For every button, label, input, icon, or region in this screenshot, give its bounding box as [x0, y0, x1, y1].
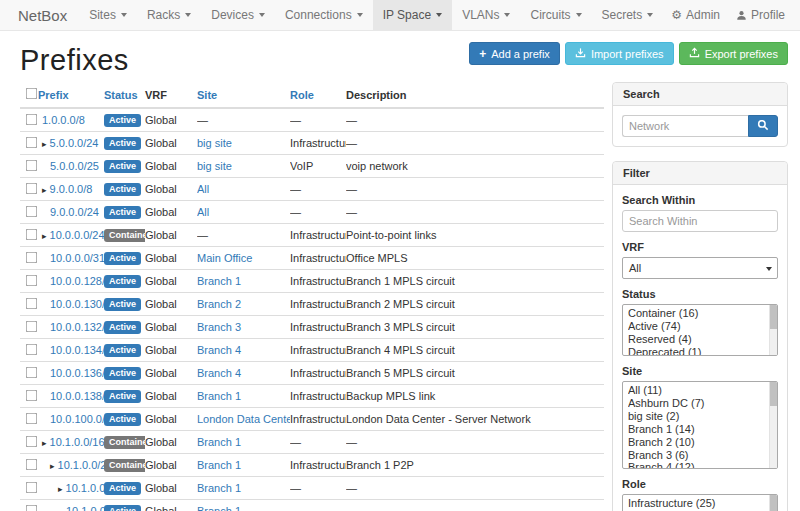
prefix-link[interactable]: 1.0.0.0/8 [42, 114, 85, 126]
column-sort-link[interactable]: Site [197, 89, 217, 101]
prefix-link[interactable]: 9.0.0.0/24 [50, 206, 99, 218]
listbox-option[interactable]: Reserved (4) [628, 333, 768, 346]
select-all-checkbox[interactable] [26, 88, 38, 100]
listbox-option[interactable]: Ashburn DC (7) [628, 397, 768, 410]
role-listbox[interactable]: Infrastructure (25)Management (8)Private… [622, 494, 778, 511]
row-checkbox[interactable] [26, 504, 38, 511]
row-checkbox[interactable] [26, 113, 38, 125]
listbox-option[interactable]: Infrastructure (25) [628, 497, 768, 510]
description-cell: Branch 1 MPLS circuit [346, 270, 604, 293]
listbox-option[interactable]: Container (16) [628, 307, 768, 320]
site-listbox[interactable]: All (11)Ashburn DC (7)big site (2)Branch… [622, 381, 778, 469]
site-link[interactable]: All [197, 183, 209, 195]
export-prefixes-button[interactable]: Export prefixes [679, 42, 788, 65]
status-cell: Active [104, 270, 145, 293]
role-cell: Infrastructure [290, 293, 346, 316]
scrollbar[interactable] [769, 305, 777, 355]
row-checkbox[interactable] [26, 159, 38, 171]
row-checkbox[interactable] [26, 297, 38, 309]
site-link[interactable]: Branch 4 [197, 344, 241, 356]
prefix-link[interactable]: 10.1.0.0/16 [50, 436, 104, 448]
nav-item-sites[interactable]: Sites [79, 0, 137, 30]
row-checkbox[interactable] [26, 481, 38, 493]
brand-netbox[interactable]: NetBox [10, 0, 79, 30]
prefix-link[interactable]: 10.0.0.136/31 [50, 367, 104, 379]
row-checkbox[interactable] [26, 205, 38, 217]
nav-item-connections[interactable]: Connections [275, 0, 373, 30]
row-checkbox[interactable] [26, 274, 38, 286]
row-checkbox[interactable] [26, 251, 38, 263]
nav-item-racks[interactable]: Racks [137, 0, 201, 30]
listbox-option[interactable]: Branch 3 (6) [628, 449, 768, 462]
site-link[interactable]: Branch 1 [197, 436, 241, 448]
listbox-option[interactable]: All (11) [628, 384, 768, 397]
row-checkbox[interactable] [26, 343, 38, 355]
row-checkbox[interactable] [26, 366, 38, 378]
listbox-option[interactable]: Active (74) [628, 320, 768, 333]
search-button[interactable] [748, 115, 778, 137]
column-sort-link[interactable]: Status [104, 89, 138, 101]
nav-item-secrets[interactable]: Secrets [592, 0, 664, 30]
column-sort-link[interactable]: Role [290, 89, 314, 101]
nav-item-ip-space[interactable]: IP Space [373, 0, 452, 30]
prefix-link[interactable]: 5.0.0.0/24 [50, 137, 99, 149]
nav-item-circuits[interactable]: Circuits [520, 0, 591, 30]
prefix-link[interactable]: 10.0.0.0/31 [50, 252, 104, 264]
prefix-link[interactable]: 10.0.0.134/31 [50, 344, 104, 356]
add-a-prefix-button[interactable]: +Add a prefix [469, 42, 560, 65]
search-input[interactable] [622, 115, 748, 137]
import-prefixes-button[interactable]: Import prefixes [565, 42, 674, 65]
row-checkbox[interactable] [26, 389, 38, 401]
listbox-option[interactable]: Branch 4 (12) [628, 461, 768, 469]
prefix-link[interactable]: 10.1.0.0/25 [66, 482, 104, 494]
prefix-link[interactable]: 10.0.0.130/31 [50, 298, 104, 310]
row-checkbox[interactable] [26, 182, 38, 194]
site-link[interactable]: Branch 1 [197, 275, 241, 287]
row-checkbox[interactable] [26, 435, 38, 447]
nav-item-vlans[interactable]: VLANs [452, 0, 520, 30]
site-link[interactable]: big site [197, 160, 232, 172]
search-within-input[interactable] [622, 210, 778, 232]
site-link[interactable]: London Data Center [197, 413, 290, 425]
row-checkbox[interactable] [26, 320, 38, 332]
site-link[interactable]: Branch 4 [197, 367, 241, 379]
site-link[interactable]: Branch 1 [197, 459, 241, 471]
row-checkbox[interactable] [26, 458, 38, 470]
prefix-link[interactable]: 5.0.0.0/25 [50, 160, 99, 172]
prefix-link[interactable]: 10.1.0.0/26 [66, 505, 104, 511]
prefix-link[interactable]: 10.0.0.132/31 [50, 321, 104, 333]
vrf-select[interactable]: All [622, 257, 778, 279]
listbox-option[interactable]: Deprecated (1) [628, 346, 768, 356]
site-link[interactable]: Branch 3 [197, 321, 241, 333]
site-link[interactable]: Branch 2 [197, 298, 241, 310]
row-checkbox[interactable] [26, 136, 38, 148]
row-checkbox[interactable] [26, 228, 38, 240]
nav-item-log-out[interactable]: Log out [793, 0, 800, 30]
prefix-link[interactable]: 10.0.0.138/31 [50, 390, 104, 402]
prefix-link[interactable]: 10.0.100.0/24 [50, 413, 104, 425]
prefix-link[interactable]: 10.0.0.128/31 [50, 275, 104, 287]
row-select-cell [20, 293, 38, 316]
nav-item-admin[interactable]: ⚙Admin [663, 0, 728, 30]
site-link[interactable]: Branch 1 [197, 482, 241, 494]
site-link[interactable]: Branch 1 [197, 390, 241, 402]
site-link[interactable]: All [197, 206, 209, 218]
prefix-link[interactable]: 10.1.0.0/24 [58, 459, 104, 471]
status-listbox[interactable]: Container (16)Active (74)Reserved (4)Dep… [622, 304, 778, 356]
tree-expand-icon: ▸ [50, 461, 55, 471]
nav-item-devices[interactable]: Devices [201, 0, 275, 30]
nav-item-profile[interactable]: Profile [728, 0, 793, 30]
listbox-option[interactable]: Branch 2 (10) [628, 436, 768, 449]
prefix-link[interactable]: 10.0.0.0/24 [50, 229, 104, 241]
scrollbar[interactable] [769, 382, 777, 468]
nav-item-label: IP Space [383, 8, 431, 22]
listbox-option[interactable]: big site (2) [628, 410, 768, 423]
column-sort-link[interactable]: Prefix [38, 89, 69, 101]
listbox-option[interactable]: Branch 1 (14) [628, 423, 768, 436]
row-checkbox[interactable] [26, 412, 38, 424]
site-link[interactable]: Main Office [197, 252, 252, 264]
prefix-link[interactable]: 9.0.0.0/8 [50, 183, 93, 195]
site-link[interactable]: big site [197, 137, 232, 149]
site-link[interactable]: Branch 1 [197, 505, 241, 511]
scrollbar[interactable] [769, 495, 777, 511]
